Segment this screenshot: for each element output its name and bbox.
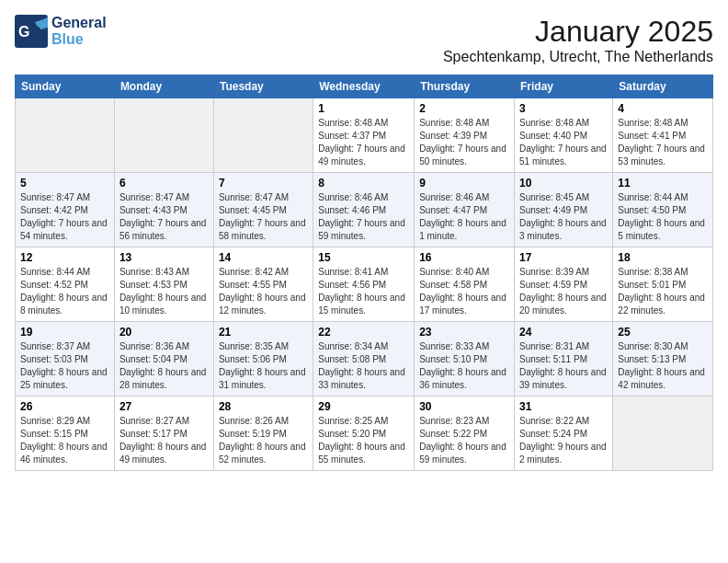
calendar-cell: 24Sunrise: 8:31 AM Sunset: 5:11 PM Dayli… <box>515 322 613 396</box>
day-info: Sunrise: 8:26 AM Sunset: 5:19 PM Dayligh… <box>219 415 308 466</box>
day-number: 14 <box>219 251 308 264</box>
day-info: Sunrise: 8:31 AM Sunset: 5:11 PM Dayligh… <box>519 340 608 392</box>
calendar-cell: 19Sunrise: 8:37 AM Sunset: 5:03 PM Dayli… <box>16 322 115 396</box>
day-number: 19 <box>20 326 109 339</box>
col-header-monday: Monday <box>114 75 213 98</box>
day-info: Sunrise: 8:35 AM Sunset: 5:06 PM Dayligh… <box>219 340 308 392</box>
logo-general: General <box>51 15 107 31</box>
calendar-cell <box>613 396 713 471</box>
day-number: 17 <box>519 251 608 264</box>
day-info: Sunrise: 8:47 AM Sunset: 4:43 PM Dayligh… <box>119 191 209 243</box>
logo: G General Blue <box>15 15 107 48</box>
page: G General Blue January 2025 Spechtenkamp… <box>0 0 728 563</box>
location-title: Spechtenkamp, Utrecht, The Netherlands <box>443 49 713 65</box>
day-info: Sunrise: 8:46 AM Sunset: 4:46 PM Dayligh… <box>318 191 409 243</box>
day-info: Sunrise: 8:30 AM Sunset: 5:13 PM Dayligh… <box>618 340 708 392</box>
day-number: 5 <box>20 177 109 190</box>
day-number: 4 <box>618 102 708 115</box>
calendar-cell: 20Sunrise: 8:36 AM Sunset: 5:04 PM Dayli… <box>114 322 213 396</box>
day-number: 18 <box>618 251 708 264</box>
calendar-cell: 26Sunrise: 8:29 AM Sunset: 5:15 PM Dayli… <box>16 396 115 471</box>
col-header-sunday: Sunday <box>16 75 115 98</box>
calendar-cell: 13Sunrise: 8:43 AM Sunset: 4:53 PM Dayli… <box>114 247 213 322</box>
calendar-cell: 23Sunrise: 8:33 AM Sunset: 5:10 PM Dayli… <box>415 322 515 396</box>
col-header-tuesday: Tuesday <box>213 75 313 98</box>
day-number: 9 <box>419 177 509 190</box>
day-info: Sunrise: 8:44 AM Sunset: 4:52 PM Dayligh… <box>20 266 109 317</box>
day-info: Sunrise: 8:47 AM Sunset: 4:42 PM Dayligh… <box>20 191 109 243</box>
day-info: Sunrise: 8:42 AM Sunset: 4:55 PM Dayligh… <box>219 266 308 317</box>
calendar-cell: 6Sunrise: 8:47 AM Sunset: 4:43 PM Daylig… <box>114 173 213 247</box>
day-info: Sunrise: 8:38 AM Sunset: 5:01 PM Dayligh… <box>618 266 708 317</box>
day-info: Sunrise: 8:23 AM Sunset: 5:22 PM Dayligh… <box>419 415 509 466</box>
day-info: Sunrise: 8:27 AM Sunset: 5:17 PM Dayligh… <box>119 415 209 466</box>
day-info: Sunrise: 8:40 AM Sunset: 4:58 PM Dayligh… <box>419 266 509 317</box>
day-info: Sunrise: 8:25 AM Sunset: 5:20 PM Dayligh… <box>318 415 409 466</box>
day-number: 7 <box>219 177 308 190</box>
calendar-cell: 12Sunrise: 8:44 AM Sunset: 4:52 PM Dayli… <box>16 247 115 322</box>
day-number: 28 <box>219 400 308 413</box>
day-info: Sunrise: 8:48 AM Sunset: 4:39 PM Dayligh… <box>419 117 509 168</box>
svg-text:G: G <box>18 24 29 40</box>
col-header-saturday: Saturday <box>613 75 713 98</box>
day-info: Sunrise: 8:48 AM Sunset: 4:40 PM Dayligh… <box>519 117 608 168</box>
day-info: Sunrise: 8:46 AM Sunset: 4:47 PM Dayligh… <box>419 191 509 243</box>
month-title: January 2025 <box>443 15 713 49</box>
calendar-cell: 27Sunrise: 8:27 AM Sunset: 5:17 PM Dayli… <box>114 396 213 471</box>
day-info: Sunrise: 8:47 AM Sunset: 4:45 PM Dayligh… <box>219 191 308 243</box>
calendar-cell: 21Sunrise: 8:35 AM Sunset: 5:06 PM Dayli… <box>213 322 313 396</box>
day-number: 25 <box>618 326 708 339</box>
day-number: 12 <box>20 251 109 264</box>
calendar-cell: 3Sunrise: 8:48 AM Sunset: 4:40 PM Daylig… <box>515 98 613 173</box>
day-info: Sunrise: 8:39 AM Sunset: 4:59 PM Dayligh… <box>519 266 608 317</box>
calendar-cell: 18Sunrise: 8:38 AM Sunset: 5:01 PM Dayli… <box>613 247 713 322</box>
calendar-week-row: 26Sunrise: 8:29 AM Sunset: 5:15 PM Dayli… <box>16 396 713 471</box>
calendar-cell <box>213 98 313 173</box>
day-info: Sunrise: 8:34 AM Sunset: 5:08 PM Dayligh… <box>318 340 409 392</box>
day-info: Sunrise: 8:33 AM Sunset: 5:10 PM Dayligh… <box>419 340 509 392</box>
day-number: 13 <box>119 251 209 264</box>
calendar-table: SundayMondayTuesdayWednesdayThursdayFrid… <box>15 75 713 471</box>
day-number: 31 <box>519 400 608 413</box>
calendar-cell <box>114 98 213 173</box>
day-info: Sunrise: 8:45 AM Sunset: 4:49 PM Dayligh… <box>519 191 608 243</box>
day-number: 27 <box>119 400 209 413</box>
calendar-cell: 10Sunrise: 8:45 AM Sunset: 4:49 PM Dayli… <box>515 173 613 247</box>
day-number: 29 <box>318 400 409 413</box>
col-header-wednesday: Wednesday <box>313 75 415 98</box>
calendar-cell: 8Sunrise: 8:46 AM Sunset: 4:46 PM Daylig… <box>313 173 415 247</box>
day-info: Sunrise: 8:41 AM Sunset: 4:56 PM Dayligh… <box>318 266 409 317</box>
day-number: 24 <box>519 326 608 339</box>
calendar-week-row: 1Sunrise: 8:48 AM Sunset: 4:37 PM Daylig… <box>16 98 713 173</box>
day-info: Sunrise: 8:29 AM Sunset: 5:15 PM Dayligh… <box>20 415 109 466</box>
day-number: 2 <box>419 102 509 115</box>
day-info: Sunrise: 8:36 AM Sunset: 5:04 PM Dayligh… <box>119 340 209 392</box>
day-info: Sunrise: 8:48 AM Sunset: 4:41 PM Dayligh… <box>618 117 708 168</box>
day-info: Sunrise: 8:37 AM Sunset: 5:03 PM Dayligh… <box>20 340 109 392</box>
calendar-cell: 22Sunrise: 8:34 AM Sunset: 5:08 PM Dayli… <box>313 322 415 396</box>
calendar-cell: 30Sunrise: 8:23 AM Sunset: 5:22 PM Dayli… <box>415 396 515 471</box>
calendar-cell: 16Sunrise: 8:40 AM Sunset: 4:58 PM Dayli… <box>415 247 515 322</box>
title-section: January 2025 Spechtenkamp, Utrecht, The … <box>443 15 713 65</box>
calendar-cell: 2Sunrise: 8:48 AM Sunset: 4:39 PM Daylig… <box>415 98 515 173</box>
calendar-cell: 7Sunrise: 8:47 AM Sunset: 4:45 PM Daylig… <box>213 173 313 247</box>
day-info: Sunrise: 8:44 AM Sunset: 4:50 PM Dayligh… <box>618 191 708 243</box>
calendar-week-row: 19Sunrise: 8:37 AM Sunset: 5:03 PM Dayli… <box>16 322 713 396</box>
calendar-week-row: 12Sunrise: 8:44 AM Sunset: 4:52 PM Dayli… <box>16 247 713 322</box>
day-number: 21 <box>219 326 308 339</box>
calendar-cell: 14Sunrise: 8:42 AM Sunset: 4:55 PM Dayli… <box>213 247 313 322</box>
day-number: 1 <box>318 102 409 115</box>
calendar-cell: 29Sunrise: 8:25 AM Sunset: 5:20 PM Dayli… <box>313 396 415 471</box>
logo-icon: G <box>15 15 48 48</box>
col-header-thursday: Thursday <box>415 75 515 98</box>
calendar-cell: 9Sunrise: 8:46 AM Sunset: 4:47 PM Daylig… <box>415 173 515 247</box>
calendar-cell: 31Sunrise: 8:22 AM Sunset: 5:24 PM Dayli… <box>515 396 613 471</box>
calendar-cell: 4Sunrise: 8:48 AM Sunset: 4:41 PM Daylig… <box>613 98 713 173</box>
day-number: 20 <box>119 326 209 339</box>
day-info: Sunrise: 8:22 AM Sunset: 5:24 PM Dayligh… <box>519 415 608 466</box>
day-info: Sunrise: 8:43 AM Sunset: 4:53 PM Dayligh… <box>119 266 209 317</box>
calendar-cell: 17Sunrise: 8:39 AM Sunset: 4:59 PM Dayli… <box>515 247 613 322</box>
day-number: 16 <box>419 251 509 264</box>
calendar-cell: 1Sunrise: 8:48 AM Sunset: 4:37 PM Daylig… <box>313 98 415 173</box>
calendar-cell <box>16 98 115 173</box>
